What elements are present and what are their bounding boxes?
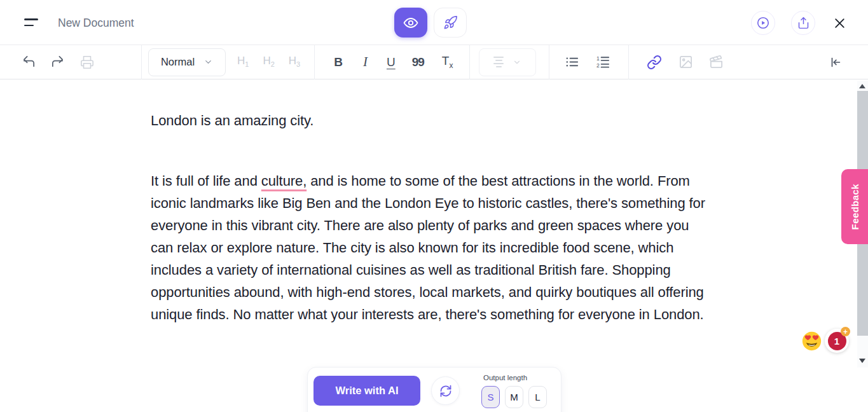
clear-formatting-button[interactable]: Tx <box>442 55 453 69</box>
refresh-icon <box>439 385 452 397</box>
paragraph: It is full of life and culture, and is h… <box>151 170 705 326</box>
toolbar-separator <box>549 45 549 79</box>
share-button[interactable] <box>791 11 815 35</box>
insert-video-button[interactable] <box>709 55 724 69</box>
app-root: New Document <box>0 0 868 412</box>
image-icon <box>679 55 693 69</box>
collapse-left-icon <box>829 55 843 69</box>
document-body: London is an amazing city. It is full of… <box>151 109 705 326</box>
rocket-icon <box>443 15 458 30</box>
ai-writer-panel: Write with AI Output length S M L <box>307 367 561 412</box>
bold-button[interactable]: B <box>334 56 343 68</box>
print-button[interactable] <box>80 55 94 69</box>
close-button[interactable] <box>831 15 848 31</box>
play-tour-button[interactable] <box>751 11 775 35</box>
printer-icon <box>80 55 94 69</box>
paragraph-style-value: Normal <box>161 56 195 68</box>
heading1-button[interactable]: H1 <box>237 55 249 68</box>
svg-text:2: 2 <box>596 62 600 69</box>
chevron-down-icon <box>203 57 213 67</box>
redo-icon <box>50 55 65 69</box>
document-editor[interactable]: London is an amazing city. It is full of… <box>0 80 868 412</box>
output-size-small[interactable]: S <box>481 386 500 408</box>
topbar-actions <box>751 11 848 35</box>
top-bar: New Document <box>0 0 868 45</box>
eye-icon <box>403 15 418 31</box>
heading3-button[interactable]: H3 <box>289 55 300 68</box>
close-icon <box>833 17 846 30</box>
regenerate-button[interactable] <box>431 376 460 405</box>
scroll-up-arrow[interactable] <box>859 84 865 88</box>
insert-link-button[interactable] <box>647 55 662 70</box>
alignment-dropdown[interactable] <box>479 48 536 76</box>
align-text-icon <box>493 55 504 69</box>
heart-eyes-emoji-icon[interactable] <box>802 331 822 351</box>
output-length-group: Output length S M L <box>481 374 547 408</box>
plus-icon: + <box>841 327 850 336</box>
toolbar-separator <box>141 45 142 79</box>
share-icon <box>797 17 810 30</box>
clapperboard-icon <box>709 55 724 69</box>
mode-toggle-group <box>394 8 467 38</box>
paragraph: London is an amazing city. <box>151 109 705 132</box>
chevron-down-icon <box>513 58 521 67</box>
toolbar-separator <box>628 45 629 79</box>
feedback-tab-label: Feedback <box>850 184 860 230</box>
output-length-label: Output length <box>483 374 547 381</box>
undo-button[interactable] <box>22 55 36 69</box>
blockquote-button[interactable]: 99 <box>412 56 424 68</box>
numbered-list-icon: 1 2 <box>596 55 610 69</box>
write-with-ai-button[interactable]: Write with AI <box>313 376 420 406</box>
italic-button[interactable]: I <box>363 55 368 69</box>
collapse-panel-button[interactable] <box>829 55 843 69</box>
reaction-count-badge[interactable]: 1 + <box>825 329 849 353</box>
insert-image-button[interactable] <box>679 55 693 69</box>
menu-icon[interactable] <box>24 18 41 27</box>
heading2-button[interactable]: H2 <box>263 55 274 68</box>
output-size-medium[interactable]: M <box>505 386 523 408</box>
ai-rocket-button[interactable] <box>434 8 467 38</box>
output-size-large[interactable]: L <box>528 386 547 408</box>
redo-button[interactable] <box>50 55 65 69</box>
play-circle-icon <box>756 16 770 30</box>
formatting-toolbar: Normal H1 H2 H3 B I U 99 Tx <box>0 45 868 79</box>
bullet-list-icon <box>565 55 579 69</box>
preview-eye-button[interactable] <box>394 8 427 38</box>
bullet-list-button[interactable] <box>565 55 579 69</box>
document-title[interactable]: New Document <box>58 17 134 30</box>
numbered-list-button[interactable]: 1 2 <box>596 55 610 69</box>
annotated-word[interactable]: culture, <box>261 173 307 189</box>
scroll-down-arrow[interactable] <box>859 359 865 363</box>
link-icon <box>647 55 662 70</box>
paragraph-style-dropdown[interactable]: Normal <box>148 48 226 76</box>
toolbar-separator <box>314 45 315 79</box>
undo-icon <box>22 55 36 69</box>
svg-text:1: 1 <box>596 55 600 62</box>
underline-button[interactable]: U <box>387 56 396 68</box>
toolbar-separator <box>469 45 470 79</box>
feedback-tab[interactable]: Feedback <box>841 169 868 244</box>
